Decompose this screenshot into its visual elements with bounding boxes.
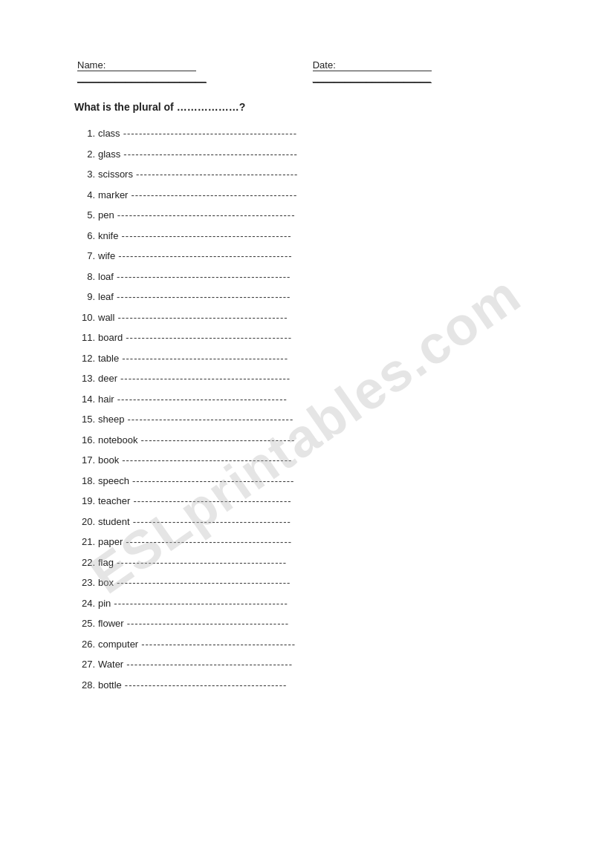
list-item: 13.deer---------------------------------… [74,371,536,386]
list-item: 12.table--------------------------------… [74,351,536,366]
item-number: 19. [74,494,95,509]
item-word: paper [98,535,123,549]
item-dashes: ----------------------------------------… [126,657,293,672]
item-number: 10. [74,310,95,325]
item-number: 22. [74,555,95,570]
item-dashes: ----------------------------------------… [117,575,291,590]
item-dashes: --------------------------------------- [141,637,296,652]
item-word: wife [98,249,115,264]
item-dashes: ----------------------------------------… [126,330,292,345]
item-number: 2. [74,147,95,162]
item-number: 15. [74,412,95,427]
item-word: wall [98,310,114,325]
item-dashes: ----------------------------------------… [120,371,291,386]
item-number: 16. [74,433,95,448]
item-word: teacher [98,494,130,509]
item-word: board [98,330,123,345]
item-number: 12. [74,351,95,366]
items-list: 1.class---------------------------------… [74,126,536,692]
item-word: bottle [98,678,122,693]
item-dashes: ----------------------------------------… [123,126,297,141]
list-item: 15.sheep--------------------------------… [74,412,536,427]
list-item: 23.box----------------------------------… [74,575,536,590]
item-number: 28. [74,678,95,693]
item-number: 9. [74,290,95,304]
list-item: 8.loaf----------------------------------… [74,270,536,284]
item-number: 24. [74,596,95,611]
item-dashes: ---------------------------------------- [133,494,291,509]
list-item: 22.flag---------------------------------… [74,555,536,570]
list-item: 27.Water--------------------------------… [74,657,536,672]
list-item: 5.pen-----------------------------------… [74,208,536,223]
list-item: 28.bottle-------------------------------… [74,678,536,693]
item-number: 8. [74,270,95,284]
item-word: pen [98,208,114,223]
item-word: flower [98,616,124,631]
list-item: 9.leaf----------------------------------… [74,290,536,304]
item-dashes: ----------------------------------------… [117,310,288,325]
list-item: 20.student------------------------------… [74,515,536,529]
item-number: 4. [74,188,95,203]
item-dashes: ----------------------------------------… [132,474,295,489]
item-dashes: ----------------------------------------… [122,453,292,468]
item-number: 23. [74,575,95,590]
page: ESLprintables.com Name: ________________… [0,0,610,868]
item-number: 11. [74,330,95,345]
item-word: Water [98,657,123,672]
item-dashes: --------------------------------------- [141,433,296,448]
item-number: 1. [74,126,95,141]
item-number: 25. [74,616,95,631]
item-word: hair [98,392,114,407]
list-item: 1.class---------------------------------… [74,126,536,141]
list-item: 25.flower-------------------------------… [74,616,536,631]
list-item: 4.marker--------------------------------… [74,188,536,203]
item-number: 14. [74,392,95,407]
item-dashes: ----------------------------------------… [125,678,288,693]
item-word: loaf [98,270,114,284]
date-label: Date: [313,59,432,71]
item-dashes: ----------------------------------------… [121,229,291,244]
name-blank: ________________________ [77,71,207,83]
item-number: 18. [74,474,95,489]
item-number: 21. [74,535,95,549]
item-dashes: ----------------------------------------… [117,208,296,223]
item-dashes: ----------------------------------------… [127,412,293,427]
item-word: table [98,351,119,366]
item-dashes: ----------------------------------------… [118,249,292,264]
list-item: 2.glass---------------------------------… [74,147,536,162]
list-item: 10.wall---------------------------------… [74,310,536,325]
item-word: glass [98,147,120,162]
date-blank: ______________________ [313,71,432,83]
item-word: marker [98,188,128,203]
item-number: 27. [74,657,95,672]
item-word: scissors [98,167,133,182]
item-number: 6. [74,229,95,244]
item-word: student [98,515,130,529]
item-number: 26. [74,637,95,652]
list-item: 26.computer-----------------------------… [74,637,536,652]
item-word: flag [98,555,114,570]
list-item: 17.book---------------------------------… [74,453,536,468]
name-label: Name: [77,59,196,71]
item-dashes: ----------------------------------------… [117,555,287,570]
item-word: speech [98,474,129,489]
question-title: What is the plural of ………………? [74,101,536,113]
item-word: computer [98,637,138,652]
item-word: pin [98,596,111,611]
item-word: sheep [98,412,124,427]
item-word: class [98,126,120,141]
item-number: 13. [74,371,95,386]
item-number: 3. [74,167,95,182]
list-item: 11.board--------------------------------… [74,330,536,345]
item-word: leaf [98,290,114,304]
item-dashes: ----------------------------------------… [122,351,288,366]
date-field: Date: ______________________ [310,59,536,83]
item-number: 7. [74,249,95,264]
list-item: 7.wife----------------------------------… [74,249,536,264]
item-dashes: ----------------------------------------… [126,535,292,549]
list-item: 21.paper--------------------------------… [74,535,536,549]
item-dashes: ----------------------------------------… [117,290,291,304]
item-word: deer [98,371,117,386]
list-item: 6.knife---------------------------------… [74,229,536,244]
item-word: book [98,453,119,468]
